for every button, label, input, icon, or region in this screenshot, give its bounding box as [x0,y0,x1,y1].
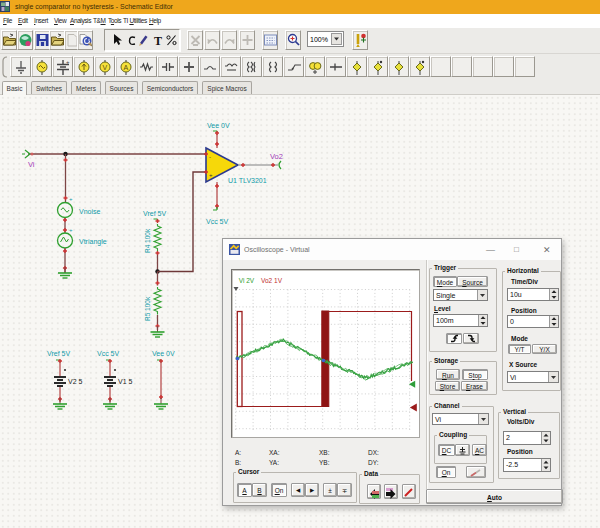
svg-text:R4 100k: R4 100k [144,228,151,253]
svg-text:+: + [66,59,70,65]
svg-text:Vcc 5V: Vcc 5V [97,350,120,357]
svg-text:R5 100k: R5 100k [144,296,151,321]
svg-text:Vo2 1V: Vo2 1V [261,277,283,284]
svg-text:Vnoise: Vnoise [79,208,101,215]
svg-text:U1 TLV3201: U1 TLV3201 [228,177,267,184]
svg-text:Vtriangle: Vtriangle [79,238,107,246]
svg-text:V1 5: V1 5 [118,378,133,385]
svg-text:Vee 0V: Vee 0V [207,122,230,129]
svg-text:+: + [69,196,73,202]
svg-text:+: + [69,227,73,233]
svg-text:Vref 5V: Vref 5V [143,210,166,217]
svg-text:+: + [209,172,213,178]
svg-text:Vref 5V: Vref 5V [47,350,70,357]
svg-text:Vo2: Vo2 [270,152,283,161]
svg-text:Vee 0V: Vee 0V [152,350,175,357]
svg-text:A: A [124,64,129,71]
svg-text:Vi 2V: Vi 2V [239,277,255,284]
svg-text:Vi: Vi [28,160,35,169]
svg-text:T: T [154,34,162,48]
svg-text:V: V [103,64,108,71]
svg-text:V2 5: V2 5 [68,378,83,385]
svg-text:-: - [209,154,211,160]
svg-text:Vcc 5V: Vcc 5V [206,218,229,225]
